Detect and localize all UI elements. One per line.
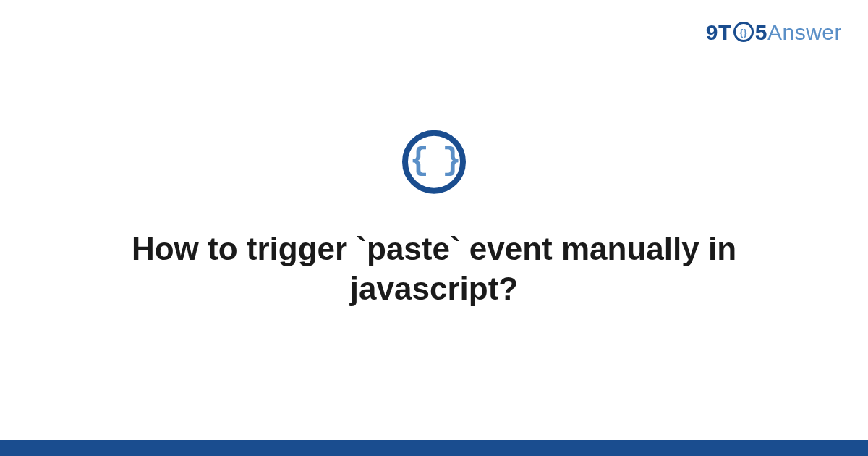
logo-nine: 9 bbox=[706, 20, 718, 45]
logo-t: T bbox=[718, 20, 732, 45]
footer-bar bbox=[0, 440, 868, 456]
logo-answer: Answer bbox=[767, 20, 842, 45]
logo-clock-icon: {} bbox=[733, 22, 754, 42]
main-content: { } How to trigger `paste` event manuall… bbox=[0, 130, 868, 308]
code-braces-icon: { } bbox=[402, 130, 466, 194]
logo-five: 5 bbox=[755, 20, 767, 45]
site-logo: 9 T {} 5 Answer bbox=[706, 20, 842, 45]
logo-clock-inner: {} bbox=[739, 27, 747, 38]
question-title: How to trigger `paste` event manually in… bbox=[109, 229, 760, 308]
braces-glyph: { } bbox=[409, 143, 458, 179]
